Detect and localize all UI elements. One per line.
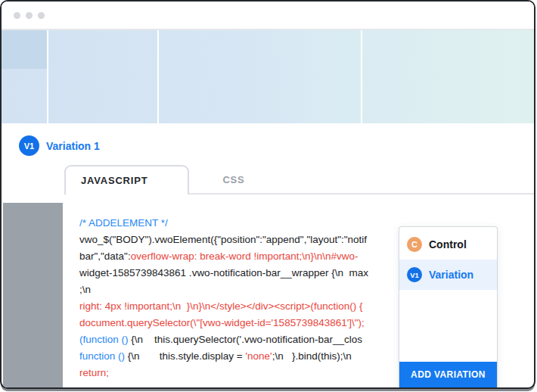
dropdown-item-control[interactable]: C Control	[399, 229, 497, 260]
variation-selector[interactable]: V1 Variation 1	[19, 135, 100, 156]
code-segment: ;\n	[79, 284, 91, 295]
browser-window: V1 Variation 1 JAVASCRIPT CSS /* ADDELEM…	[0, 0, 535, 389]
banner-block	[2, 30, 47, 69]
code-segment: function ()	[79, 350, 125, 362]
variation-badge: V1	[19, 135, 39, 156]
page-sidebar-placeholder	[3, 203, 63, 387]
tab-css[interactable]: CSS	[192, 165, 275, 194]
variation-item-label: Variation	[429, 269, 473, 281]
code-segment: ;\n }.bind(this);\n	[272, 350, 352, 362]
tab-javascript-label: JAVASCRIPT	[81, 175, 147, 186]
code-segment: 'none'	[245, 350, 272, 362]
window-controls	[14, 12, 45, 19]
window-control-dot[interactable]	[14, 12, 20, 19]
code-segment: overflow-wrap: break-word !important;\n}…	[131, 250, 359, 262]
variation-label: Variation 1	[46, 140, 100, 152]
control-badge: C	[407, 237, 422, 252]
banner-divider	[47, 30, 48, 123]
dropdown-item-variation[interactable]: V1 Variation	[399, 260, 497, 290]
code-segment: right: 4px !important;\n }\n}\n</style><…	[79, 300, 362, 312]
variation-list: C Control V1 Variation	[399, 227, 497, 290]
variation-item-badge: V1	[407, 267, 422, 282]
code-segment: document.querySelector(\"[vwo-widget-id=…	[79, 317, 365, 328]
page-banner-placeholder	[2, 30, 534, 123]
screenshot-stage: V1 Variation 1 JAVASCRIPT CSS /* ADDELEM…	[0, 0, 537, 392]
window-control-dot[interactable]	[38, 12, 45, 19]
code-segment: return;	[79, 367, 109, 378]
code-segment: bar","data":	[79, 250, 131, 262]
banner-divider	[157, 30, 159, 123]
code-segment: widget-1585739843861 .vwo-notification-b…	[79, 267, 368, 278]
variation-dropdown: C Control V1 Variation ADD VARIATION	[399, 226, 498, 387]
window-control-dot[interactable]	[26, 12, 33, 19]
banner-divider	[361, 30, 362, 123]
code-segment: {\n this.querySelector('.vwo-notificatio…	[129, 334, 362, 345]
code-segment: {\n this.style.display =	[125, 350, 245, 362]
control-label: Control	[429, 238, 467, 250]
tab-javascript[interactable]: JAVASCRIPT	[64, 165, 189, 194]
tab-css-label: CSS	[222, 174, 244, 185]
code-segment: vwo_$("BODY").vwoElement({"position":"ap…	[79, 234, 367, 245]
add-variation-button[interactable]: ADD VARIATION	[399, 362, 497, 387]
browser-titlebar	[2, 2, 534, 30]
code-segment: /* ADDELEMENT */	[79, 217, 168, 229]
code-segment: (function ()	[79, 334, 129, 345]
